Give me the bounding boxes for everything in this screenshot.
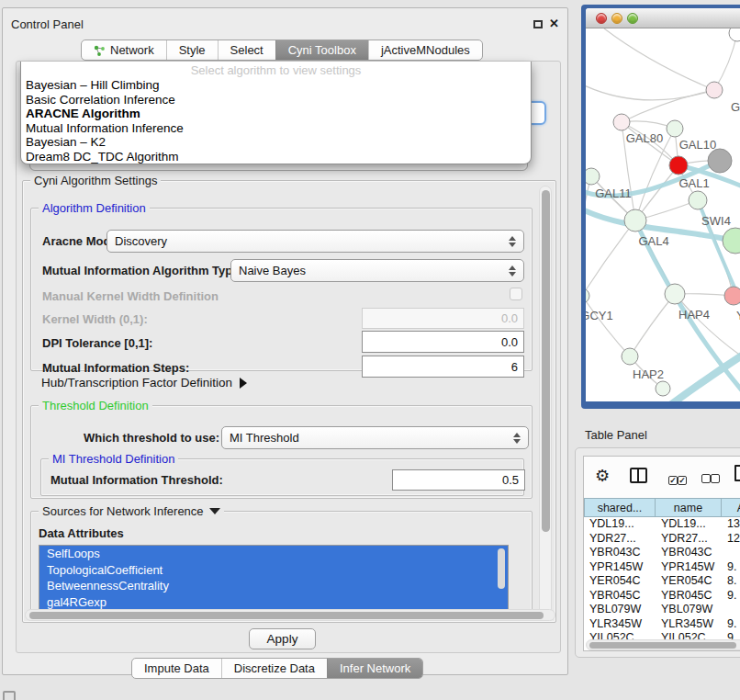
table-row[interactable]: YBR043CYBR043C	[584, 546, 740, 560]
table-hscroll-thumb[interactable]	[589, 642, 736, 649]
tab-cyni-toolbox[interactable]: Cyni Toolbox	[275, 40, 368, 60]
data-attributes-list: SelfLoops TopologicalCoefficient Between…	[39, 545, 509, 612]
network-node[interactable]	[656, 381, 670, 396]
column-header-a[interactable]: A	[722, 498, 740, 517]
settings-horizontal-scrollbar[interactable]	[25, 609, 555, 621]
network-node-gray[interactable]	[708, 149, 732, 173]
float-window-icon[interactable]	[533, 20, 543, 28]
deselect-all-checkboxes-icon[interactable]	[701, 470, 720, 487]
sources-group-title[interactable]: Sources for Network Inference	[39, 504, 224, 518]
close-traffic-light-icon[interactable]	[596, 13, 607, 24]
column-header-shared[interactable]: shared...	[584, 498, 656, 517]
node-label: GAL1	[678, 176, 709, 190]
document-icon[interactable]	[734, 465, 740, 481]
expander-right-triangle-icon	[240, 378, 247, 389]
network-node-green[interactable]	[723, 228, 740, 254]
minimize-traffic-light-icon[interactable]	[611, 13, 622, 24]
control-panel-tabbar: Network Style Select Cyni Toolbox jActiv…	[81, 40, 483, 61]
network-node-hap4[interactable]	[665, 284, 685, 304]
split-columns-icon[interactable]	[630, 468, 647, 483]
close-icon[interactable]: ✕	[549, 17, 559, 30]
kernel-width-field[interactable]: 0.0	[362, 308, 524, 329]
table-row[interactable]: YER054CYER054C8.	[584, 574, 740, 589]
network-node-swi4[interactable]	[689, 191, 707, 209]
node-label: HAP2	[633, 367, 664, 381]
combo-arrows-icon	[509, 265, 516, 277]
network-node-gal11[interactable]	[586, 168, 600, 185]
network-node-gal4[interactable]	[624, 209, 646, 231]
table-toolbar: ⚙ ✓✓	[584, 457, 740, 498]
column-header-name[interactable]: name	[656, 498, 722, 517]
dropdown-item[interactable]: Bayesian – Hill Climbing	[21, 78, 531, 93]
network-node-y[interactable]	[724, 287, 740, 305]
attribute-item[interactable]: BetweennessCentrality	[39, 578, 508, 594]
mi-threshold-field[interactable]: 0.5	[392, 469, 525, 491]
gear-icon[interactable]: ⚙	[595, 466, 610, 486]
network-window-titlebar[interactable]	[586, 8, 740, 28]
manual-kernel-width-label: Manual Kernel Width Definition	[42, 289, 219, 303]
settings-group-title: Cyni Algorithm Settings	[30, 174, 161, 187]
network-node-hap2[interactable]	[622, 348, 638, 365]
mi-threshold-definition-title: MI Threshold Definition	[49, 452, 178, 466]
attribute-item[interactable]: gal4RGexp	[39, 594, 508, 611]
table-panel-title: Table Panel	[585, 428, 647, 442]
attributes-vscroll-thumb[interactable]	[498, 548, 505, 589]
dropdown-item[interactable]: Mutual Information Inference	[21, 121, 531, 136]
expander-down-triangle-icon	[209, 508, 220, 514]
network-graph: GAL GAL80 GAL10 GAL1 GAL11 SWI4 GAL4 GCY…	[586, 28, 740, 401]
select-all-checkboxes-icon[interactable]: ✓✓	[668, 470, 687, 487]
mi-steps-field[interactable]: 6	[362, 356, 524, 378]
collapsed-panel-icon[interactable]	[3, 691, 16, 700]
dropdown-item[interactable]: Dream8 DC_TDC Algorithm	[21, 150, 531, 164]
network-canvas[interactable]: GAL GAL80 GAL10 GAL1 GAL11 SWI4 GAL4 GCY…	[586, 28, 740, 401]
network-node-gal80[interactable]	[613, 114, 630, 130]
settings-vscroll-thumb[interactable]	[542, 190, 550, 532]
algorithm-definition-group: Algorithm Definition Aracne Mode: Discov…	[30, 208, 533, 371]
tab-jactivemnodules[interactable]: jActiveMNodules	[368, 40, 482, 60]
combo-arrows-icon	[509, 236, 516, 247]
table-row[interactable]: YPR145WYPR145W9.	[584, 560, 740, 575]
tab-select[interactable]: Select	[218, 40, 275, 60]
node-label: GCY1	[586, 309, 613, 322]
aracne-mode-combo[interactable]: Discovery	[107, 230, 524, 253]
dpi-tolerance-field[interactable]: 0.0	[362, 331, 524, 353]
node-label: HAP4	[678, 308, 710, 322]
tab-network[interactable]: Network	[82, 40, 166, 60]
table-row[interactable]: YBR045CYBR045C9.	[584, 589, 740, 604]
tab-network-label: Network	[110, 43, 154, 57]
settings-vertical-scrollbar[interactable]	[539, 186, 552, 619]
table-horizontal-scrollbar[interactable]	[586, 639, 740, 650]
settings-hscroll-thumb[interactable]	[29, 612, 544, 619]
network-node-gcy1[interactable]	[586, 288, 589, 303]
table-row[interactable]: YLR345WYLR345W9.	[584, 617, 740, 632]
network-node-gal10[interactable]	[667, 120, 683, 137]
table-row[interactable]: YDL19...YDL19...13	[584, 517, 740, 532]
network-node[interactable]	[729, 28, 740, 41]
node-label: GAL10	[679, 138, 716, 152]
table-row[interactable]: YDR27...YDR27...12	[584, 532, 740, 547]
dropdown-item[interactable]: Bayesian – K2	[21, 135, 531, 150]
tab-discretize-data[interactable]: Discretize Data	[221, 659, 327, 678]
mi-steps-label: Mutual Information Steps:	[42, 361, 189, 375]
manual-kernel-width-checkbox[interactable]	[510, 288, 522, 300]
attribute-item[interactable]: TopologicalCoefficient	[39, 562, 508, 579]
network-node-gal[interactable]	[706, 82, 723, 98]
table-panel: ⚙ ✓✓ shared... name A YDL19...YDL19...13…	[575, 447, 740, 658]
zoom-traffic-light-icon[interactable]	[627, 13, 638, 24]
apply-button[interactable]: Apply	[249, 628, 316, 649]
mi-algorithm-type-combo[interactable]: Naive Bayes	[230, 259, 524, 282]
attribute-item[interactable]: SelfLoops	[39, 546, 508, 562]
network-node-gal1[interactable]	[669, 156, 688, 175]
cyni-algorithm-settings-group: Cyni Algorithm Settings Algorithm Defini…	[22, 180, 556, 623]
table-row[interactable]: YBL079WYBL079W	[584, 603, 740, 617]
node-label: GAL	[731, 100, 740, 114]
node-label: GAL11	[595, 186, 632, 200]
dropdown-item[interactable]: Basic Correlation Inference	[21, 93, 531, 107]
dropdown-item-aracne[interactable]: ARACNE Algorithm	[21, 107, 531, 121]
tab-impute-data[interactable]: Impute Data	[132, 659, 221, 678]
hub-definition-expander[interactable]: Hub/Transcription Factor Definition	[41, 376, 247, 390]
which-threshold-combo[interactable]: MI Threshold	[221, 426, 529, 449]
tab-style[interactable]: Style	[166, 40, 218, 60]
control-panel-title: Control Panel	[11, 17, 84, 31]
tab-infer-network[interactable]: Infer Network	[327, 659, 422, 678]
